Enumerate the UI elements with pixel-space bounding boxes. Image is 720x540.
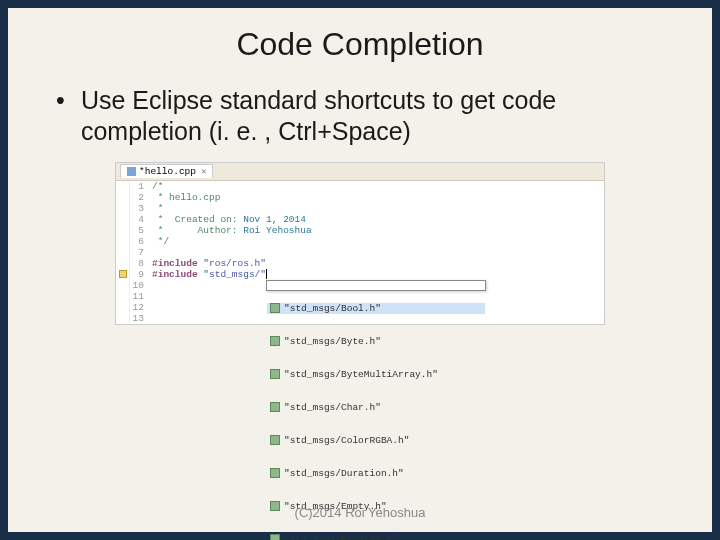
completion-item[interactable]: "std_msgs/Char.h" <box>267 402 485 413</box>
completion-item[interactable]: "std_msgs/Float32.h" <box>267 534 485 541</box>
code-line <box>152 247 604 258</box>
code-body[interactable]: 1 2 3 4 5 6 7 8 9 10 11 12 13 /* * hello… <box>116 181 604 324</box>
header-file-icon <box>270 435 280 445</box>
warning-icon <box>116 269 129 280</box>
code-line: * hello.cpp <box>152 192 604 203</box>
line-number: 2 <box>130 192 144 203</box>
header-file-icon <box>270 534 280 540</box>
code-area[interactable]: /* * hello.cpp * * Created on: Nov 1, 20… <box>148 181 604 324</box>
cpp-file-icon <box>127 167 136 176</box>
bullet-marker: • <box>56 85 74 116</box>
completion-item[interactable]: "std_msgs/ByteMultiArray.h" <box>267 369 485 380</box>
code-line: * Author: Roi Yehoshua <box>152 225 604 236</box>
line-number: 4 <box>130 214 144 225</box>
code-line: /* <box>152 181 604 192</box>
header-file-icon <box>270 303 280 313</box>
line-number: 8 <box>130 258 144 269</box>
editor-tab[interactable]: *hello.cpp ✕ <box>120 164 213 178</box>
line-number: 10 <box>130 280 144 291</box>
completion-item[interactable]: "std_msgs/Duration.h" <box>267 468 485 479</box>
code-line: * Created on: Nov 1, 2014 <box>152 214 604 225</box>
header-file-icon <box>270 402 280 412</box>
close-icon[interactable]: ✕ <box>201 166 206 177</box>
code-editor: *hello.cpp ✕ 1 2 3 4 5 6 7 8 9 10 11 12 <box>115 162 605 325</box>
line-number-gutter: 1 2 3 4 5 6 7 8 9 10 11 12 13 <box>130 181 148 324</box>
header-file-icon <box>270 336 280 346</box>
line-number: 5 <box>130 225 144 236</box>
completion-item[interactable]: "std_msgs/Byte.h" <box>267 336 485 347</box>
text-cursor <box>266 269 267 279</box>
line-number: 9 <box>130 269 144 280</box>
code-line: * <box>152 203 604 214</box>
line-number: 6 <box>130 236 144 247</box>
line-number: 1 <box>130 181 144 192</box>
tab-label: *hello.cpp <box>139 166 196 177</box>
completion-item[interactable]: "std_msgs/ColorRGBA.h" <box>267 435 485 446</box>
bullet-text: Use Eclipse standard shortcuts to get co… <box>81 85 661 148</box>
code-line: #include "ros/ros.h" <box>152 258 604 269</box>
line-number: 3 <box>130 203 144 214</box>
bullet-row: • Use Eclipse standard shortcuts to get … <box>8 63 712 148</box>
slide: Code Completion • Use Eclipse standard s… <box>8 8 712 532</box>
line-number: 13 <box>130 313 144 324</box>
completion-item[interactable]: "std_msgs/Bool.h" <box>267 303 485 314</box>
code-line: */ <box>152 236 604 247</box>
code-line: #include "std_msgs/" <box>152 269 604 280</box>
line-number: 7 <box>130 247 144 258</box>
slide-title: Code Completion <box>8 8 712 63</box>
completion-popup[interactable]: "std_msgs/Bool.h" "std_msgs/Byte.h" "std… <box>266 280 486 291</box>
editor-tab-bar: *hello.cpp ✕ <box>116 163 604 181</box>
line-number: 12 <box>130 302 144 313</box>
copyright-text: (C)2014 Roi Yehoshua <box>8 505 712 520</box>
line-number: 11 <box>130 291 144 302</box>
header-file-icon <box>270 468 280 478</box>
header-file-icon <box>270 369 280 379</box>
gutter-markers <box>116 181 130 324</box>
